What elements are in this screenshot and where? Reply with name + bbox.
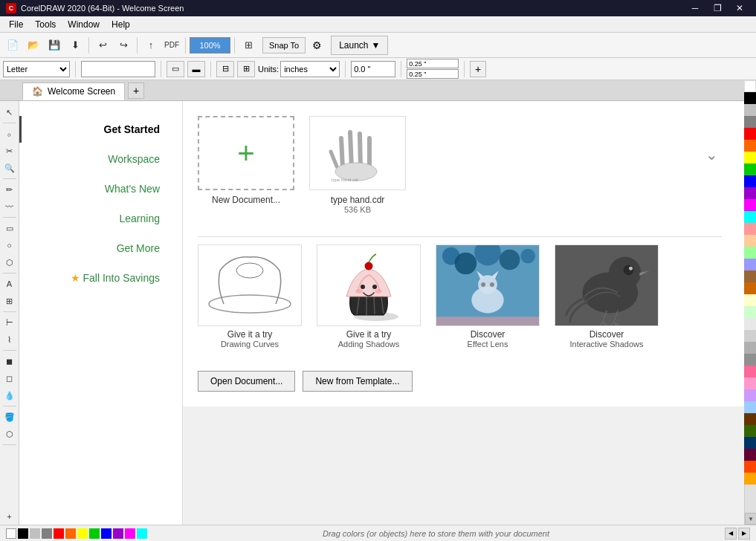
- undo-button[interactable]: ↩: [93, 36, 112, 55]
- snap-to-button[interactable]: Snap To: [262, 37, 306, 54]
- palette-dark-red[interactable]: [744, 449, 756, 461]
- menu-window[interactable]: Window: [62, 18, 106, 31]
- chevron-down-icon[interactable]: ⌄: [705, 146, 718, 163]
- size-input[interactable]: [81, 61, 155, 77]
- menu-help[interactable]: Help: [106, 18, 136, 31]
- tut-card-interactive-shadows[interactable]: Discover Interactive Shadows: [555, 244, 659, 349]
- launch-button[interactable]: Launch ▼: [331, 36, 388, 55]
- width-input[interactable]: [407, 59, 459, 68]
- freehand-tool[interactable]: ✏: [1, 181, 18, 198]
- new-from-template-button[interactable]: New from Template...: [303, 371, 412, 392]
- palette-magenta[interactable]: [744, 199, 756, 211]
- palette-white[interactable]: [744, 80, 756, 92]
- height-input[interactable]: [407, 69, 459, 79]
- rectangle-tool[interactable]: ▭: [1, 220, 18, 236]
- import-button[interactable]: ⬇: [65, 36, 85, 55]
- palette-red[interactable]: [744, 128, 756, 140]
- magenta-swatch-bar[interactable]: [125, 528, 135, 539]
- purple-swatch-bar[interactable]: [113, 528, 123, 539]
- add-tab-button[interactable]: +: [128, 82, 144, 99]
- settings-button[interactable]: ⚙: [307, 36, 326, 55]
- palette-purple[interactable]: [744, 187, 756, 199]
- palette-light-green[interactable]: [744, 247, 756, 259]
- nav-whats-new[interactable]: What's New: [19, 175, 182, 202]
- palette-green-light[interactable]: [744, 306, 756, 318]
- palette-orange-dark[interactable]: [744, 282, 756, 294]
- welcome-tab[interactable]: 🏠 Welcome Screen: [22, 82, 125, 100]
- new-button[interactable]: 📄: [3, 36, 22, 55]
- add-page-button[interactable]: +: [470, 61, 486, 77]
- menu-file[interactable]: File: [3, 18, 29, 31]
- open-document-button[interactable]: Open Document...: [198, 371, 295, 392]
- selection-tool[interactable]: ↖: [1, 104, 18, 120]
- palette-black[interactable]: [744, 92, 756, 104]
- yellow-swatch-bar[interactable]: [77, 528, 88, 539]
- palette-green[interactable]: [744, 163, 756, 175]
- palette-red-orange[interactable]: [744, 461, 756, 473]
- palette-gray-1[interactable]: [744, 104, 756, 116]
- palette-orange[interactable]: [744, 140, 756, 152]
- ellipse-tool[interactable]: ○: [1, 237, 18, 253]
- palette-gray-dark[interactable]: [744, 354, 756, 366]
- palette-peach[interactable]: [744, 235, 756, 247]
- smart-fill-tool[interactable]: ⬡: [1, 426, 18, 442]
- shape-tool[interactable]: ⬦: [1, 126, 18, 142]
- green-swatch-bar[interactable]: [89, 528, 100, 539]
- palette-sky-blue[interactable]: [744, 401, 756, 413]
- pdf-button[interactable]: PDF: [162, 36, 181, 55]
- gray-swatch[interactable]: [42, 528, 52, 539]
- export-button[interactable]: ↑: [141, 36, 161, 55]
- palette-dark-green[interactable]: [744, 425, 756, 437]
- palette-brown[interactable]: [744, 270, 756, 282]
- palette-gray-med[interactable]: [744, 342, 756, 354]
- parallel-dim-tool[interactable]: ⊢: [1, 314, 18, 331]
- palette-hot-pink[interactable]: [744, 366, 756, 378]
- silver-swatch[interactable]: [30, 528, 40, 539]
- palette-cyan[interactable]: [744, 211, 756, 223]
- portrait-button[interactable]: ▭: [167, 61, 184, 77]
- palette-lavender[interactable]: [744, 389, 756, 401]
- zoom-input[interactable]: 100%: [190, 37, 230, 54]
- save-button[interactable]: 💾: [45, 36, 64, 55]
- align-center-button[interactable]: ⊞: [237, 61, 255, 77]
- palette-yellow[interactable]: [744, 152, 756, 163]
- no-color-swatch[interactable]: [6, 528, 16, 539]
- nav-fall-savings[interactable]: ★ Fall Into Savings: [19, 265, 182, 291]
- units-selector[interactable]: inches: [280, 61, 340, 77]
- palette-yellow-light[interactable]: [744, 294, 756, 306]
- add-doc-btn[interactable]: +: [1, 508, 18, 525]
- open-button[interactable]: 📂: [24, 36, 43, 55]
- new-document-card[interactable]: + New Document...: [198, 116, 294, 214]
- font-selector[interactable]: Letter: [3, 61, 70, 77]
- palette-gray-light-1[interactable]: [744, 318, 756, 330]
- landscape-button[interactable]: ▬: [187, 61, 205, 77]
- palette-light-blue[interactable]: [744, 259, 756, 270]
- connector-tool[interactable]: ⌇: [1, 331, 18, 348]
- tut-card-adding-shadows[interactable]: Give it a try Adding Shadows: [317, 244, 421, 349]
- palette-left-arrow[interactable]: ◀: [725, 528, 737, 540]
- red-swatch-bar[interactable]: [54, 528, 64, 539]
- palette-gray-light-2[interactable]: [744, 330, 756, 342]
- orange-swatch-bar[interactable]: [65, 528, 76, 539]
- scroll-down-arrow[interactable]: ▼: [745, 513, 756, 525]
- menu-tools[interactable]: Tools: [29, 18, 62, 31]
- table-tool[interactable]: ⊞: [1, 293, 18, 309]
- tut-card-drawing-curves[interactable]: Give it a try Drawing Curves: [198, 244, 302, 349]
- transparency-tool[interactable]: ◻: [1, 370, 18, 386]
- crop-tool[interactable]: ✂: [1, 143, 18, 159]
- polygon-tool[interactable]: ⬡: [1, 254, 18, 270]
- recent-file-card[interactable]: type hand.cdr type hand.cdr 536 KB: [309, 116, 406, 214]
- palette-light-pink[interactable]: [744, 378, 756, 389]
- restore-button[interactable]: ❐: [707, 1, 728, 16]
- minimize-button[interactable]: ─: [685, 1, 705, 16]
- zoom-tool[interactable]: 🔍: [1, 160, 18, 176]
- redo-button[interactable]: ↪: [114, 36, 133, 55]
- coord-x-input[interactable]: [351, 61, 395, 77]
- palette-gray-2[interactable]: [744, 116, 756, 128]
- palette-blue[interactable]: [744, 175, 756, 187]
- smart-draw-tool[interactable]: 〰: [1, 198, 18, 215]
- grid-button[interactable]: ⊞: [239, 36, 258, 55]
- palette-right-arrow[interactable]: ▶: [738, 528, 750, 540]
- eyedropper-tool[interactable]: 💧: [1, 387, 18, 404]
- palette-amber[interactable]: [744, 473, 756, 485]
